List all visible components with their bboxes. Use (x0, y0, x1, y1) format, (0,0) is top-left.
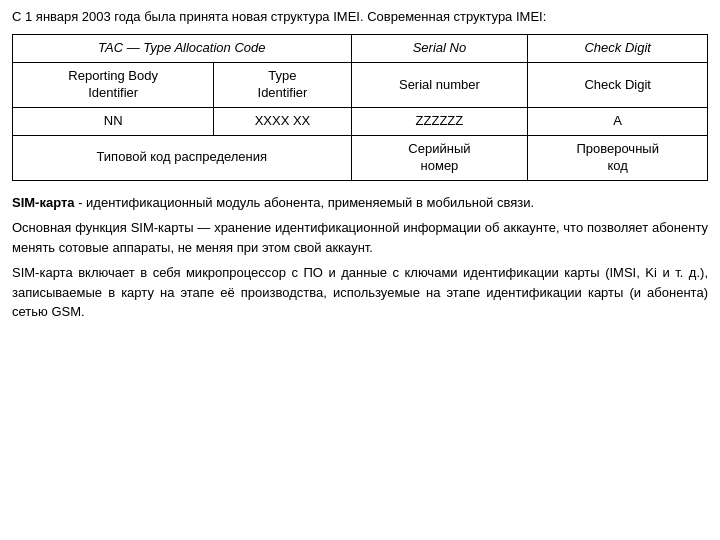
check-digit-header: Check Digit (528, 35, 708, 63)
proverochnyy-cell: Проверочный код (528, 135, 708, 180)
check-digit-cell: Check Digit (528, 63, 708, 108)
description-p2: Основная функция SIM-карты — хранение ид… (12, 218, 708, 257)
description-p1: SIM-карта - идентификационный модуль або… (12, 193, 708, 213)
description-block: SIM-карта - идентификационный модуль або… (12, 193, 708, 322)
nn-cell: NN (13, 107, 214, 135)
table-row-3: NN XXXX XX ZZZZZZ A (13, 107, 708, 135)
a-cell: A (528, 107, 708, 135)
imei-structure-table: TAC — Type Allocation Code Serial No Che… (12, 34, 708, 180)
serial-number-cell: Serial number (351, 63, 528, 108)
description-p1-rest: - идентификационный модуль абонента, при… (75, 195, 535, 210)
table-row-4: Типовой код распределения Серийный номер… (13, 135, 708, 180)
sim-card-term: SIM-карта (12, 195, 75, 210)
seriynyy-cell: Серийный номер (351, 135, 528, 180)
intro-text: С 1 января 2003 года была принята новая … (12, 8, 708, 26)
table-row-1: TAC — Type Allocation Code Serial No Che… (13, 35, 708, 63)
serial-no-header: Serial No (351, 35, 528, 63)
tipovoy-cell: Типовой код распределения (13, 135, 352, 180)
description-p3: SIM-карта включает в себя микропроцессор… (12, 263, 708, 322)
type-identifier-cell: Type Identifier (214, 63, 351, 108)
table-row-2: Reporting Body Identifier Type Identifie… (13, 63, 708, 108)
reporting-body-cell: Reporting Body Identifier (13, 63, 214, 108)
xxxx-cell: XXXX XX (214, 107, 351, 135)
tac-header: TAC — Type Allocation Code (13, 35, 352, 63)
zzzzzz-cell: ZZZZZZ (351, 107, 528, 135)
